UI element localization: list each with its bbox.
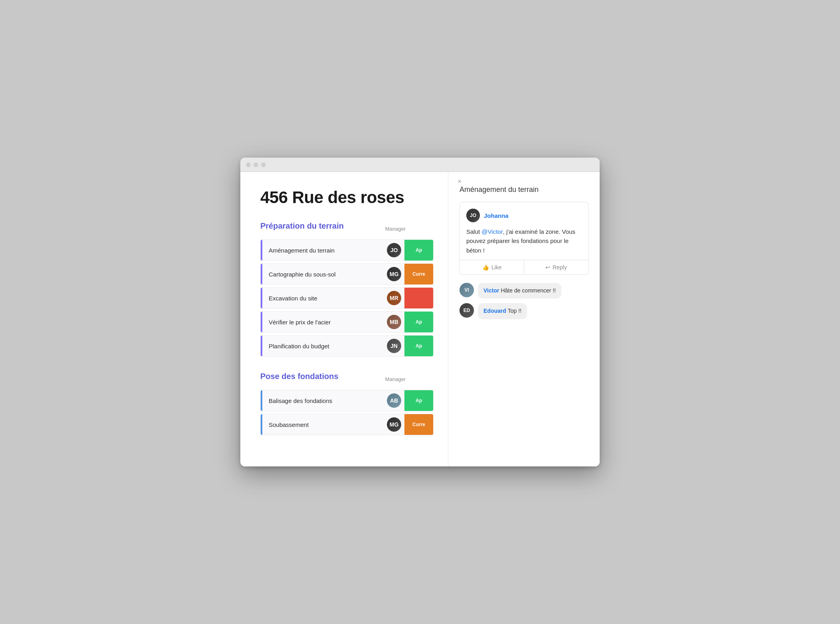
comment-author-name: Johanna — [484, 212, 509, 219]
avatar: MR — [387, 291, 401, 305]
manager-label-fondations: Manager — [385, 376, 406, 382]
reply-icon: ↩ — [545, 264, 550, 271]
task-status: Ap — [404, 240, 433, 261]
task-status: Curre — [404, 414, 433, 435]
manager-label-preparation: Manager — [385, 226, 406, 232]
reply-text: Hâte de commencer !! — [501, 287, 556, 294]
task-name: Planification du budget — [262, 337, 387, 355]
reply-author: Victor — [483, 287, 499, 294]
browser-content: 456 Rue des roses Préparation du terrain… — [240, 172, 600, 466]
table-row[interactable]: Cartographie du sous-sol MG Curre — [260, 263, 434, 285]
titlebar — [240, 158, 600, 172]
comment-text: Salut @Victor, j'ai examiné la zone. Vou… — [466, 227, 582, 255]
list-item: ED EdouardTop !! — [460, 303, 588, 319]
task-name: Cartographie du sous-sol — [262, 265, 387, 283]
traffic-lights — [246, 162, 266, 167]
section-title-preparation: Préparation du terrain — [260, 221, 344, 231]
avatar: JO — [387, 243, 401, 257]
reply-button[interactable]: ↩ Reply — [524, 260, 588, 274]
comment-card: JO Johanna Salut @Victor, j'ai examiné l… — [460, 202, 588, 275]
avatar: ED — [460, 303, 474, 318]
reply-label: Reply — [553, 264, 567, 271]
browser-window: 456 Rue des roses Préparation du terrain… — [240, 158, 600, 466]
section-header-fondations: Pose des fondations Manager — [260, 372, 434, 387]
section-preparation: Préparation du terrain Manager Aménageme… — [260, 221, 434, 359]
like-button[interactable]: 👍 Like — [460, 260, 524, 274]
table-row[interactable]: Aménagement du terrain JO Ap — [260, 239, 434, 261]
task-list-fondations: Balisage des fondations AB Ap Soubasseme… — [260, 390, 434, 438]
page-title: 456 Rue des roses — [260, 188, 434, 207]
table-row[interactable]: Planification du budget JN Ap — [260, 335, 434, 357]
drawer-title: Aménagement du terrain — [460, 186, 588, 194]
section-fondations: Pose des fondations Manager Balisage des… — [260, 372, 434, 438]
reply-bubble: EdouardTop !! — [478, 303, 527, 319]
close-traffic-light[interactable] — [246, 162, 251, 167]
minimize-traffic-light[interactable] — [254, 162, 258, 167]
avatar: AB — [387, 393, 401, 408]
section-header-preparation: Préparation du terrain Manager — [260, 221, 434, 236]
reply-bubble: VictorHâte de commencer !! — [478, 283, 561, 299]
reply-text: Top !! — [508, 308, 521, 314]
task-name: Balisage des fondations — [262, 392, 387, 410]
table-row[interactable]: Vérifier le prix de l'acier MB Ap — [260, 311, 434, 333]
task-name: Excavation du site — [262, 289, 387, 307]
task-status: Curre — [404, 264, 433, 284]
drawer-panel: × Aménagement du terrain JO Johanna Salu… — [448, 172, 600, 466]
task-list-preparation: Aménagement du terrain JO Ap Cartographi… — [260, 239, 434, 359]
task-status: Ap — [404, 312, 433, 332]
table-row[interactable]: Balisage des fondations AB Ap — [260, 390, 434, 411]
task-name: Vérifier le prix de l'acier — [262, 313, 387, 331]
reply-list: VI VictorHâte de commencer !! ED Edouard… — [460, 283, 588, 319]
task-status: Ap — [404, 390, 433, 411]
avatar: MG — [387, 267, 401, 281]
mention-victor: @Victor — [481, 228, 503, 235]
maximize-traffic-light[interactable] — [261, 162, 266, 167]
table-row[interactable]: Soubassement MG Curre — [260, 414, 434, 435]
left-panel: 456 Rue des roses Préparation du terrain… — [240, 172, 448, 466]
task-name: Aménagement du terrain — [262, 241, 387, 259]
task-name: Soubassement — [262, 416, 387, 434]
avatar: MB — [387, 315, 401, 329]
table-row[interactable]: Excavation du site MR — [260, 287, 434, 309]
comment-body: JO Johanna Salut @Victor, j'ai examiné l… — [460, 202, 588, 260]
close-button[interactable]: × — [456, 178, 464, 186]
list-item: VI VictorHâte de commencer !! — [460, 283, 588, 299]
comment-actions: 👍 Like ↩ Reply — [460, 260, 588, 274]
avatar: JN — [387, 339, 401, 353]
section-title-fondations: Pose des fondations — [260, 372, 339, 381]
task-status: Ap — [404, 336, 433, 356]
reply-author: Edouard — [483, 308, 506, 314]
like-label: Like — [491, 264, 502, 271]
thumbs-up-icon: 👍 — [482, 264, 489, 271]
comment-author-row: JO Johanna — [466, 209, 582, 222]
avatar: MG — [387, 417, 401, 432]
avatar: JO — [466, 209, 480, 222]
task-status — [404, 288, 433, 308]
avatar: VI — [460, 283, 474, 297]
